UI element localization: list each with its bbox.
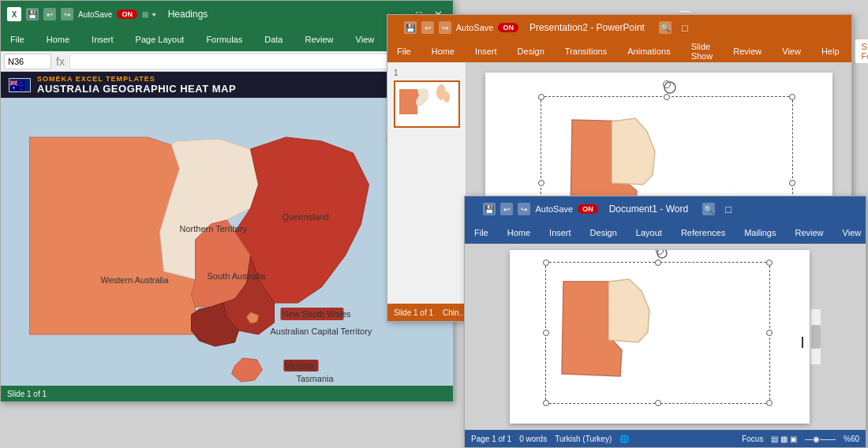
- excel-window: X 💾 ↩ ↪ AutoSave ON ⊞ ✦ Headings — □ ✕ F…: [0, 0, 454, 402]
- ppt-search-icon[interactable]: 🔍: [659, 21, 672, 34]
- word-tab-review[interactable]: Review: [791, 225, 829, 241]
- ppt-tab-view[interactable]: View: [777, 43, 806, 59]
- excel-tab-file[interactable]: File: [6, 32, 29, 47]
- word-tab-references[interactable]: References: [676, 225, 730, 241]
- ppt-tab-file[interactable]: File: [392, 43, 416, 59]
- ppt-autosave-label: AutoSave: [456, 23, 494, 32]
- ppt-tab-home[interactable]: Home: [427, 43, 459, 59]
- excel-tab-review[interactable]: Review: [300, 32, 338, 47]
- word-save-icon[interactable]: 💾: [483, 203, 496, 215]
- word-status-focus[interactable]: Focus: [742, 435, 763, 443]
- word-handle-tl[interactable]: [543, 259, 549, 266]
- undo-icon[interactable]: ↩: [43, 8, 56, 21]
- australia-map: Western Australia Northern Territory Que…: [1, 98, 453, 386]
- handle-ml[interactable]: [538, 180, 544, 186]
- word-tab-file[interactable]: File: [470, 225, 493, 241]
- nt-shape-word: [608, 267, 750, 405]
- excel-toolbar-more: ⊞ ✦: [142, 10, 157, 19]
- aus-map-title: AUSTRALIA GEOGRAPHIC HEAT MAP: [37, 83, 236, 95]
- handle-tr[interactable]: [789, 94, 795, 100]
- excel-tab-insert[interactable]: Insert: [87, 32, 118, 47]
- ppt-tab-help[interactable]: Help: [817, 43, 844, 59]
- ppt-app-icon: P: [394, 24, 399, 32]
- handle-tl[interactable]: [538, 94, 544, 100]
- word-app-icon: W: [471, 205, 478, 214]
- word-tab-insert[interactable]: Insert: [544, 225, 576, 241]
- someka-subtitle: SOMEKA EXCEL TEMPLATES: [37, 75, 236, 83]
- australia-header: SOMEKA EXCEL TEMPLATES AUSTRALIA GEOGRAP…: [1, 72, 453, 98]
- ppt-tab-animations[interactable]: Animations: [623, 43, 675, 59]
- word-tab-view[interactable]: View: [838, 225, 866, 241]
- excel-tab-home[interactable]: Home: [42, 32, 74, 47]
- word-tab-design[interactable]: Design: [586, 225, 622, 241]
- ppt-minimize-btn[interactable]: —: [676, 2, 694, 19]
- word-window-title: Document1 - Word: [609, 203, 688, 215]
- word-status-page: Page 1 of 1: [471, 435, 511, 443]
- ppt-tab-transitions[interactable]: Transitions: [560, 43, 612, 59]
- slide-thumb-svg: [395, 83, 458, 126]
- excel-tab-data[interactable]: Data: [260, 32, 287, 47]
- slide-number-label: 1: [394, 69, 459, 77]
- ppt-undo-icon[interactable]: ↩: [421, 21, 434, 34]
- text-cursor: [802, 337, 803, 348]
- australia-flag: [9, 78, 31, 92]
- excel-bottom-bar: Slide 1 of 1: [1, 386, 453, 401]
- autosave-toggle[interactable]: ON: [117, 9, 137, 19]
- word-undo-icon[interactable]: ↩: [500, 203, 513, 215]
- redo-icon[interactable]: ↪: [61, 8, 73, 21]
- ppt-tab-insert[interactable]: Insert: [470, 43, 502, 59]
- ppt-tab-slideshow[interactable]: Slide Show: [687, 39, 718, 64]
- word-zoom-slider[interactable]: —◉——: [805, 435, 836, 443]
- map-svg: Western Australia Northern Territory Que…: [1, 98, 453, 386]
- word-minimize-btn[interactable]: —: [720, 183, 737, 200]
- cell-reference-box[interactable]: [4, 54, 51, 69]
- formula-separator: fx: [54, 55, 66, 68]
- word-tab-layout[interactable]: Layout: [631, 225, 667, 241]
- word-tab-mailings[interactable]: Mailings: [739, 225, 780, 241]
- word-autosave-toggle[interactable]: ON: [578, 204, 598, 214]
- rotate-handle[interactable]: [663, 80, 671, 88]
- ppt-titlebar: P 💾 ↩ ↪ AutoSave ON Presentation2 - Powe…: [387, 15, 851, 40]
- word-search-icon[interactable]: 🔍: [702, 203, 715, 215]
- ppt-status-slide: Slide 1 of 1: [394, 308, 433, 317]
- word-autosave-label: AutoSave: [535, 204, 573, 214]
- ppt-save-icon[interactable]: 💾: [404, 21, 417, 34]
- excel-window-title: Headings: [168, 9, 208, 20]
- word-rotate-handle[interactable]: [656, 250, 664, 255]
- word-scroll-thumb[interactable]: [811, 325, 821, 349]
- excel-ribbon: File Home Insert Page Layout Formulas Da…: [1, 28, 453, 51]
- save-icon[interactable]: 💾: [26, 8, 39, 21]
- handle-mr[interactable]: [789, 180, 795, 186]
- excel-tab-view[interactable]: View: [351, 32, 380, 47]
- word-handle-mr[interactable]: [766, 330, 773, 336]
- ppt-redo-icon[interactable]: ↪: [439, 21, 451, 34]
- word-status-lang: Turkish (Turkey): [555, 435, 612, 443]
- ppt-autosave-toggle[interactable]: ON: [498, 23, 518, 32]
- svg-rect-1: [281, 308, 344, 320]
- word-tab-home[interactable]: Home: [503, 225, 535, 241]
- ppt-tab-shapeformat[interactable]: Shape Format: [855, 39, 868, 63]
- word-statusbar: Page 1 of 1 0 words Turkish (Turkey) 🌐 F…: [465, 430, 866, 447]
- word-status-words: 0 words: [519, 435, 547, 443]
- handle-tc[interactable]: [664, 94, 670, 100]
- slide-thumbnail-1[interactable]: [394, 80, 460, 128]
- word-handle-tc[interactable]: [655, 259, 661, 266]
- ppt-maximize-btn[interactable]: □: [676, 19, 694, 36]
- word-titlebar: W 💾 ↩ ↪ AutoSave ON Document1 - Word 🔍 —…: [465, 196, 866, 222]
- word-canvas-area: [465, 244, 866, 430]
- word-handle-tr[interactable]: [766, 259, 773, 266]
- excel-app-icon: X: [7, 7, 21, 21]
- ppt-slides-panel: 1: [387, 62, 466, 304]
- ppt-tab-design[interactable]: Design: [513, 43, 549, 59]
- excel-tab-formulas[interactable]: Formulas: [201, 32, 247, 47]
- svg-point-5: [443, 91, 450, 103]
- word-handle-ml[interactable]: [543, 330, 549, 336]
- word-handle-bl[interactable]: [543, 400, 549, 406]
- word-redo-icon[interactable]: ↪: [518, 203, 530, 215]
- ppt-tab-review[interactable]: Review: [728, 43, 766, 59]
- word-maximize-btn[interactable]: □: [720, 200, 737, 218]
- excel-tab-pagelayout[interactable]: Page Layout: [131, 32, 189, 47]
- word-scrollbar[interactable]: [810, 309, 821, 364]
- word-handle-br[interactable]: [766, 400, 773, 406]
- ppt-window-title: Presentation2 - PowerPoint: [529, 22, 645, 33]
